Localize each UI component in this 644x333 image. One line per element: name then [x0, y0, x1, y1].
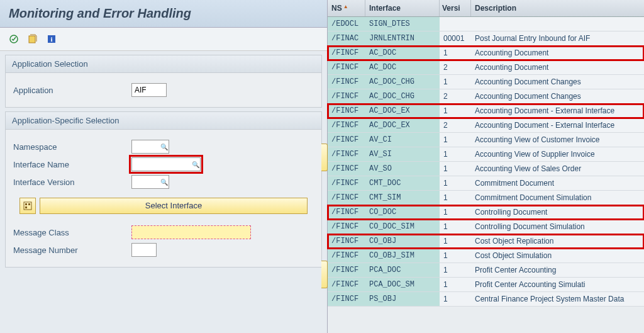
cell-version: 1 — [440, 234, 471, 248]
cell-ns: /FINCF — [328, 133, 365, 147]
cell-description: Accounting Document - External Interface — [471, 118, 644, 132]
interface-name-wrap: 🔍 — [131, 157, 201, 171]
search-help-icon[interactable]: 🔍 — [160, 144, 168, 150]
cell-ns: /FINCF — [328, 278, 365, 291]
cell-description: Accounting Document — [471, 60, 644, 74]
svg-rect-4 — [24, 202, 31, 210]
cell-interface: CMT_SIM — [365, 191, 440, 205]
cell-ns: /FINCF — [328, 176, 365, 190]
cell-version: 1 — [440, 176, 471, 190]
table-row[interactable]: /FINCFAC_DOC_EX1Accounting Document - Ex… — [328, 104, 644, 118]
svg-rect-1 — [29, 36, 35, 43]
cell-description: Accounting View of Customer Invoice — [471, 133, 644, 147]
cell-interface: CO_OBJ_SIM — [365, 249, 440, 262]
cell-description: Accounting Document Changes — [471, 89, 644, 103]
table-row[interactable]: /FINCFAV_CI1Accounting View of Customer … — [328, 133, 644, 147]
cell-ns: /FINCF — [328, 75, 365, 89]
application-specific-panel: Application-Specific Selection Namespace… — [5, 111, 322, 268]
table-row[interactable]: /FINCFCO_DOC_SIM1Controlling Document Si… — [328, 220, 644, 234]
table-row[interactable]: /FINCFAV_SI1Accounting View of Supplier … — [328, 147, 644, 162]
cell-description: Commitment Document — [471, 176, 644, 190]
cell-description: Cost Object Replication — [471, 234, 644, 248]
cell-interface: CO_DOC_SIM — [365, 220, 440, 234]
cell-interface: AC_DOC_EX — [365, 104, 440, 118]
table-row[interactable]: /FINCFPS_OBJ1Central Finance Project Sys… — [328, 292, 644, 307]
cell-ns: /FINCF — [328, 205, 365, 219]
application-field[interactable] — [131, 83, 167, 97]
variant-icon[interactable] — [26, 33, 39, 45]
table-row[interactable]: /FINCFAV_SO1Accounting View of Sales Ord… — [328, 162, 644, 176]
panel-header: Application-Specific Selection — [6, 112, 321, 130]
execute-icon[interactable] — [8, 33, 20, 45]
cell-ns: /FINCF — [328, 147, 365, 161]
cell-ns: /FINCF — [328, 60, 365, 74]
interface-value-help: NS▲ Interface Versi Description /EDOCLSI… — [327, 0, 644, 333]
table-row[interactable]: /FINCFCMT_SIM1Commitment Document Simula… — [328, 191, 644, 205]
table-row[interactable]: /FINCFAC_DOC_CHG1Accounting Document Cha… — [328, 75, 644, 89]
cell-description — [471, 17, 644, 31]
svg-rect-6 — [28, 203, 30, 205]
message-class-field[interactable] — [131, 225, 251, 239]
cell-interface: AV_SO — [365, 162, 440, 176]
search-help-icon[interactable]: 🔍 — [160, 179, 168, 186]
table-row[interactable]: /FINCFCO_OBJ1Cost Object Replication — [328, 234, 644, 249]
namespace-label: Namespace — [13, 142, 126, 152]
cell-version: 1 — [440, 205, 471, 219]
message-number-field[interactable] — [131, 243, 157, 257]
svg-rect-7 — [25, 206, 27, 208]
multi-select-tab[interactable] — [321, 144, 328, 171]
cell-interface: PCA_DOC — [365, 263, 440, 277]
cell-version: 1 — [440, 263, 471, 277]
cell-description: Accounting Document - External Interface — [471, 104, 644, 118]
multi-select-tab[interactable] — [321, 261, 328, 288]
cell-ns: /FINAC — [328, 31, 365, 45]
cell-ns: /FINCF — [328, 234, 365, 248]
cell-description: Cost Object Simulation — [471, 249, 644, 262]
select-interface-button[interactable]: Select Interface — [40, 198, 308, 214]
cell-description: Commitment Document Simulation — [471, 191, 644, 205]
col-header-description[interactable]: Description — [471, 0, 644, 16]
cell-ns: /FINCF — [328, 191, 365, 205]
cell-description: Accounting View of Sales Order — [471, 162, 644, 176]
cell-version: 1 — [440, 104, 471, 118]
cell-ns: /FINCF — [328, 220, 365, 234]
col-header-ns[interactable]: NS▲ — [328, 0, 365, 16]
table-row[interactable]: /FINCFPCA_DOC1Profit Center Accounting — [328, 263, 644, 278]
cell-interface: AC_DOC_CHG — [365, 89, 440, 103]
cell-ns: /FINCF — [328, 263, 365, 277]
cell-ns: /FINCF — [328, 89, 365, 103]
table-row[interactable]: /FINCFAC_DOC_EX2Accounting Document - Ex… — [328, 118, 644, 133]
table-row[interactable]: /FINCFPCA_DOC_SM1Profit Center Accountin… — [328, 278, 644, 292]
cell-interface: AC_DOC — [365, 46, 440, 60]
interface-name-field[interactable] — [131, 157, 201, 171]
cell-version: 1 — [440, 147, 471, 161]
table-row[interactable]: /FINCFAC_DOC1Accounting Document — [328, 46, 644, 60]
info-icon[interactable]: i — [45, 33, 58, 45]
table-row[interactable]: /EDOCLSIGN_DTES — [328, 17, 644, 31]
toolbar: i — [0, 28, 327, 51]
application-selection-panel: Application Selection Application — [5, 55, 322, 108]
search-help-icon[interactable]: 🔍 — [192, 161, 199, 168]
interface-version-label: Interface Version — [13, 178, 126, 187]
page-title: Monitoring and Error Handling — [9, 6, 318, 21]
message-class-label: Message Class — [13, 228, 126, 237]
cell-version: 1 — [440, 191, 471, 205]
table-row[interactable]: /FINCFAC_DOC2Accounting Document — [328, 60, 644, 75]
selection-pane: Monitoring and Error Handling i Applicat… — [0, 0, 327, 333]
cell-version: 1 — [440, 278, 471, 291]
table-row[interactable]: /FINACJRNLENTRIN00001Post Journal Entry … — [328, 31, 644, 46]
cell-version — [440, 17, 471, 31]
select-interface-icon-button[interactable] — [19, 198, 36, 214]
table-row[interactable]: /FINCFAC_DOC_CHG2Accounting Document Cha… — [328, 89, 644, 104]
col-header-version[interactable]: Versi — [440, 0, 471, 16]
table-row[interactable]: /FINCFCO_DOC1Controlling Document — [328, 205, 644, 220]
cell-description: Accounting Document — [471, 46, 644, 60]
col-header-interface[interactable]: Interface — [365, 0, 440, 16]
cell-version: 1 — [440, 162, 471, 176]
cell-version: 1 — [440, 46, 471, 60]
cell-interface: CO_OBJ — [365, 234, 440, 248]
table-row[interactable]: /FINCFCMT_DOC1Commitment Document — [328, 176, 644, 191]
cell-interface: AC_DOC_EX — [365, 118, 440, 132]
cell-ns: /FINCF — [328, 162, 365, 176]
table-row[interactable]: /FINCFCO_OBJ_SIM1Cost Object Simulation — [328, 249, 644, 263]
